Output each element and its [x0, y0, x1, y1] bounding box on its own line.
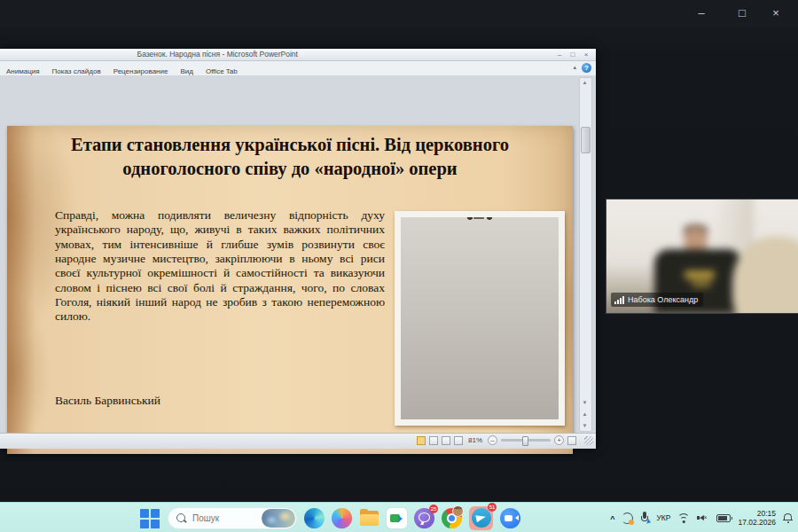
slideshow-view-button[interactable]: [454, 436, 463, 445]
hidden-icons-chevron[interactable]: ^: [610, 514, 614, 523]
slide-body-text[interactable]: Справді, можна подивляти величезну відпо…: [55, 208, 385, 325]
participant-name: Набока Олександр: [628, 295, 698, 304]
restore-icon[interactable]: □: [727, 4, 757, 23]
close-icon[interactable]: ×: [761, 4, 791, 23]
participant-name-badge: Набока Олександр: [611, 293, 703, 307]
edge-button[interactable]: [304, 508, 325, 528]
slide-sorter-view-button[interactable]: [429, 436, 438, 445]
telegram-button-highlighted[interactable]: 51: [469, 506, 493, 530]
edge-icon: [304, 508, 325, 528]
desktop: – □ × Базенок. Народна пісня - Microsoft…: [0, 0, 798, 532]
slide-canvas[interactable]: Етапи становлення української пісні. Від…: [7, 126, 573, 454]
battery-icon[interactable]: [716, 514, 731, 522]
tab-review[interactable]: Рецензирование: [107, 65, 175, 75]
zoom-slider[interactable]: [501, 439, 551, 442]
chrome-button[interactable]: [442, 508, 462, 528]
scroll-down-icon[interactable]: ▼: [580, 398, 590, 408]
ppt-minimize-icon[interactable]: ‒: [553, 50, 566, 59]
file-explorer-button[interactable]: [359, 508, 379, 528]
reading-view-button[interactable]: [442, 436, 450, 445]
microphone-icon[interactable]: [640, 512, 649, 524]
tab-office-tab[interactable]: Office Tab: [200, 65, 244, 75]
powerpoint-window: Базенок. Народна пісня - Microsoft Power…: [0, 49, 596, 448]
speaker-muted-icon[interactable]: ×: [697, 513, 709, 523]
telegram-notification-badge: 51: [488, 503, 497, 512]
search-input[interactable]: [191, 512, 256, 524]
start-button[interactable]: [140, 508, 160, 528]
taskbar-app-icons: 25 51: [140, 506, 520, 529]
keyboard-language[interactable]: УКР: [656, 513, 670, 522]
paper-plane-icon: [475, 513, 486, 522]
zoom-slider-thumb[interactable]: [522, 436, 528, 446]
previous-slide-icon[interactable]: ▲: [580, 410, 590, 419]
powerpoint-window-title: Базенок. Народна пісня - Microsoft Power…: [137, 50, 298, 59]
tray-time: 20:15: [738, 509, 776, 518]
zoom-in-button[interactable]: +: [554, 435, 564, 445]
viber-button[interactable]: 25: [414, 508, 434, 528]
powerpoint-titlebar[interactable]: Базенок. Народна пісня - Microsoft Power…: [0, 49, 596, 61]
participant-video-tile[interactable]: Набока Олександр: [606, 199, 798, 314]
zoom-app-button[interactable]: [500, 508, 520, 528]
viber-notification-badge: 25: [429, 505, 438, 513]
search-box[interactable]: [168, 507, 297, 529]
help-icon[interactable]: ?: [582, 63, 591, 73]
tray-date: 17.02.2026: [738, 518, 776, 527]
copilot-button[interactable]: [332, 508, 352, 528]
zoom-level[interactable]: 81%: [468, 436, 482, 444]
portrait-image: [401, 217, 559, 419]
tab-view[interactable]: Вид: [174, 65, 199, 75]
notifications-bell-icon[interactable]: [783, 512, 793, 523]
wifi-icon[interactable]: [677, 513, 690, 523]
zoom-out-button[interactable]: –: [488, 435, 497, 445]
windows-logo-icon: [140, 508, 160, 528]
resize-grip[interactable]: [584, 436, 593, 445]
fit-to-window-button[interactable]: [567, 436, 576, 445]
taskbar: 25 51 ^ УКР ×: [0, 502, 798, 532]
scroll-up-icon[interactable]: ▲: [580, 78, 590, 88]
scrollbar-thumb[interactable]: [581, 127, 591, 153]
search-highlight-thumbnail[interactable]: [262, 509, 295, 528]
video-camera-icon: [505, 515, 512, 521]
sync-status-icon[interactable]: [622, 512, 633, 524]
next-slide-icon[interactable]: ▼: [580, 421, 590, 431]
ribbon-tab-row: АнимацияПоказ слайдовРецензированиеВидOf…: [0, 61, 596, 76]
slide-attribution[interactable]: Василь Барвинський: [55, 394, 385, 408]
meeting-window-titlebar: – □ ×: [0, 0, 798, 27]
clock[interactable]: 20:15 17.02.2026: [738, 509, 776, 527]
connection-signal-icon: [614, 296, 624, 304]
search-icon: [176, 513, 185, 522]
portrait-photo[interactable]: [395, 211, 565, 426]
chrome-profile-avatar: [452, 505, 464, 517]
slide-editing-area: Етапи становлення української пісні. Від…: [0, 75, 596, 433]
tab-slideshow[interactable]: Показ слайдов: [46, 65, 107, 75]
slide-title[interactable]: Етапи становлення української пісні. Від…: [34, 133, 546, 181]
telegram-icon: [472, 508, 491, 528]
chat-bubble-icon: [419, 512, 430, 522]
system-tray: ^ УКР × 20:15 17.02.2026: [610, 503, 793, 532]
tab-animation[interactable]: Анимация: [0, 65, 46, 75]
ppt-restore-icon[interactable]: □: [567, 50, 579, 59]
powerpoint-statusbar: 81% – +: [0, 433, 596, 449]
minimize-icon[interactable]: –: [686, 4, 716, 23]
google-meet-button[interactable]: [387, 508, 407, 528]
vertical-scrollbar[interactable]: ▲ ▼ ▲ ▼: [579, 77, 592, 432]
normal-view-button[interactable]: [417, 436, 426, 445]
copilot-icon: [332, 508, 352, 528]
ribbon-collapse-icon[interactable]: ▴: [573, 64, 576, 71]
ppt-close-icon[interactable]: ×: [580, 50, 592, 59]
